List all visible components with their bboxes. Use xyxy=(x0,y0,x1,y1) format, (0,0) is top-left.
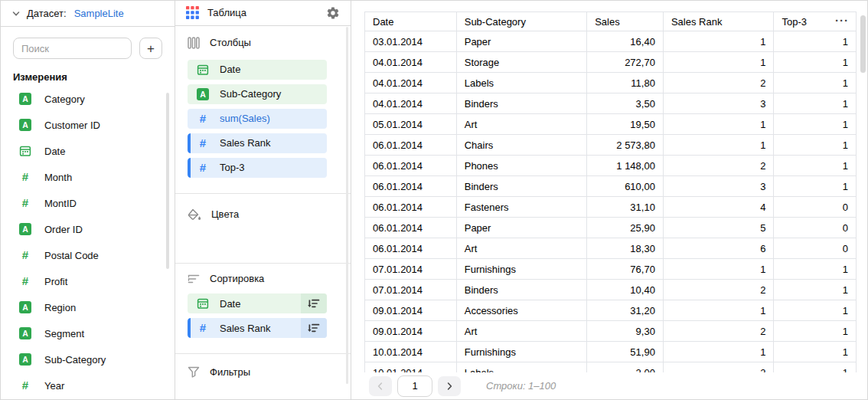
cell: 1 xyxy=(774,52,857,73)
cell: Storage xyxy=(456,52,586,73)
result-panel: DateSub-CategorySalesSales RankTop-3···0… xyxy=(351,1,867,399)
chip-date[interactable]: Date xyxy=(188,60,327,80)
column-header-sales[interactable]: Sales xyxy=(587,12,664,31)
field-label: MontID xyxy=(44,198,77,209)
scrollbar-thumb[interactable] xyxy=(860,15,866,73)
cell: 0 xyxy=(774,197,857,218)
columns-icon xyxy=(188,37,200,49)
sorting-section: Сортировка Date#Sales Rank xyxy=(175,264,351,354)
field-item-date[interactable]: Date xyxy=(13,138,162,164)
table-row: 06.01.2014Phones1 148,0021 xyxy=(365,156,857,176)
cell: 272,70 xyxy=(587,52,664,73)
table-viz-icon[interactable] xyxy=(186,6,199,19)
string-field-icon: A xyxy=(19,223,31,235)
cell: Binders xyxy=(456,93,586,114)
table-row: 06.01.2014Paper25,9050 xyxy=(365,218,857,238)
field-item-month[interactable]: #Month xyxy=(13,164,162,190)
field-item-category[interactable]: ACategory xyxy=(13,86,162,112)
chip-sales-rank[interactable]: #Sales Rank xyxy=(188,318,327,338)
cell: 03.01.2014 xyxy=(365,31,457,52)
field-item-year[interactable]: #Year xyxy=(13,372,162,398)
dataset-label: Датасет: xyxy=(27,8,67,19)
table-row: 04.01.2014Labels11,8021 xyxy=(365,73,857,93)
search-input[interactable] xyxy=(13,38,132,59)
dataset-name-link[interactable]: SampleLite xyxy=(74,8,124,19)
hash-icon: # xyxy=(19,379,31,392)
field-item-segment[interactable]: ASegment xyxy=(13,320,162,346)
cell: 1 xyxy=(774,342,857,362)
scrollbar-thumb[interactable] xyxy=(346,27,348,384)
next-page-button[interactable] xyxy=(438,376,461,396)
cell: 610,00 xyxy=(587,176,664,197)
table-viewport: DateSub-CategorySalesSales RankTop-3···0… xyxy=(351,1,857,372)
field-item-montid[interactable]: #MontID xyxy=(13,190,162,216)
string-field-icon: A xyxy=(19,301,31,313)
add-field-button[interactable]: + xyxy=(139,38,162,59)
chevron-down-icon[interactable] xyxy=(11,9,21,18)
cell: Phones xyxy=(456,156,586,176)
cell: 1 xyxy=(663,31,774,52)
sort-direction-button[interactable] xyxy=(301,318,327,338)
dataset-body: + Измерения ACategoryACustomer IDDate#Mo… xyxy=(1,27,175,398)
columns-section: Столбцы DateASub-Category#sum(Sales)#Sal… xyxy=(175,26,351,194)
column-header-sales-rank[interactable]: Sales Rank xyxy=(663,12,774,31)
table-row: 10.01.2014Furnishings51,9011 xyxy=(365,342,857,362)
field-item-order-id[interactable]: AOrder ID xyxy=(13,216,162,242)
chip-date[interactable]: Date xyxy=(188,293,327,313)
hash-icon: # xyxy=(19,249,31,261)
field-label: Sub-Category xyxy=(44,354,106,366)
cell: 10.01.2014 xyxy=(365,362,457,373)
cell: Labels xyxy=(456,362,586,373)
cell: 04.01.2014 xyxy=(365,93,457,114)
cell: Art xyxy=(456,321,586,342)
column-menu-icon[interactable]: ··· xyxy=(835,15,849,26)
string-field-icon: A xyxy=(197,88,209,100)
table-row: 07.01.2014Binders10,4021 xyxy=(365,280,857,300)
chip-sales-rank[interactable]: #Sales Rank xyxy=(188,133,327,153)
columns-chip-list: DateASub-Category#sum(Sales)#Sales Rank#… xyxy=(188,60,338,178)
column-header-date[interactable]: Date xyxy=(365,12,457,31)
cell: 25,90 xyxy=(587,218,664,238)
prev-page-button[interactable] xyxy=(369,376,392,396)
cell: 2 xyxy=(663,73,774,93)
chip-sub-category[interactable]: ASub-Category xyxy=(188,84,327,104)
cell: Chairs xyxy=(456,135,586,156)
cell: 1 xyxy=(774,300,857,321)
cell: 1 xyxy=(774,93,857,114)
colors-section-label: Цвета xyxy=(211,208,239,220)
column-header-top-3[interactable]: Top-3··· xyxy=(774,12,857,31)
field-item-profit[interactable]: #Profit xyxy=(13,268,162,294)
table-row: 09.01.2014Accessories31,2011 xyxy=(365,300,857,321)
hash-icon: # xyxy=(19,275,31,287)
sort-direction-button[interactable] xyxy=(301,293,327,313)
cell: 2 xyxy=(663,280,774,300)
field-item-region[interactable]: ARegion xyxy=(13,294,162,320)
cell: 1 xyxy=(663,52,774,73)
cell: 1 xyxy=(663,300,774,321)
column-header-sub-category[interactable]: Sub-Category xyxy=(456,12,586,31)
filters-section-label: Фильтры xyxy=(210,366,250,378)
hash-icon: # xyxy=(197,322,209,334)
gear-icon[interactable] xyxy=(326,6,340,20)
cell: Furnishings xyxy=(456,259,586,280)
field-item-postal-code[interactable]: #Postal Code xyxy=(13,242,162,268)
field-label: Month xyxy=(44,172,72,183)
filters-section-header: Фильтры xyxy=(188,366,338,378)
page-number-input[interactable] xyxy=(397,375,432,397)
sorting-chip-list: Date#Sales Rank xyxy=(188,293,338,338)
cell: 10,40 xyxy=(587,280,664,300)
field-item-sub-category[interactable]: ASub-Category xyxy=(13,346,162,372)
scrollbar-thumb[interactable] xyxy=(166,93,169,269)
field-item-customer-id[interactable]: ACustomer ID xyxy=(13,112,162,138)
columns-section-label: Столбцы xyxy=(210,37,251,48)
cell: 16,40 xyxy=(587,31,664,52)
chip-sum-sales[interactable]: #sum(Sales) xyxy=(188,109,327,129)
chip-top-3[interactable]: #Top-3 xyxy=(188,158,327,178)
string-field-icon: A xyxy=(19,93,31,105)
cell: 6 xyxy=(663,238,774,259)
cell: 1 xyxy=(774,362,857,373)
table-row: 06.01.2014Art18,3060 xyxy=(365,238,857,259)
field-label: Category xyxy=(44,93,85,105)
cell: Furnishings xyxy=(456,342,586,362)
field-label: Region xyxy=(44,302,76,313)
